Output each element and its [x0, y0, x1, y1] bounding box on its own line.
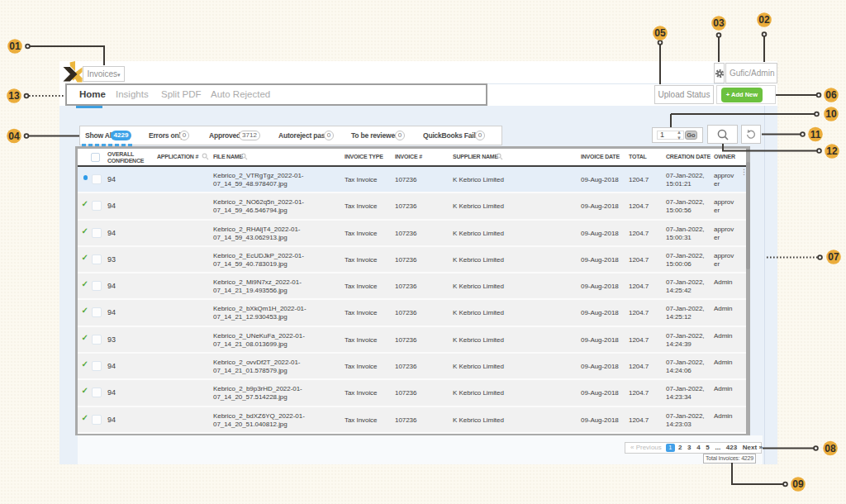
svg-text:13: 13	[8, 90, 20, 102]
svg-text:02: 02	[758, 14, 770, 26]
svg-text:05: 05	[654, 27, 666, 39]
svg-text:08: 08	[825, 443, 836, 454]
svg-text:04: 04	[8, 131, 20, 142]
svg-text:01: 01	[9, 40, 21, 52]
svg-text:09: 09	[792, 478, 804, 490]
svg-text:10: 10	[825, 108, 837, 120]
svg-text:07: 07	[828, 251, 839, 263]
svg-text:03: 03	[713, 17, 725, 29]
svg-text:11: 11	[810, 129, 821, 140]
svg-text:06: 06	[825, 89, 837, 101]
svg-text:12: 12	[826, 145, 838, 157]
